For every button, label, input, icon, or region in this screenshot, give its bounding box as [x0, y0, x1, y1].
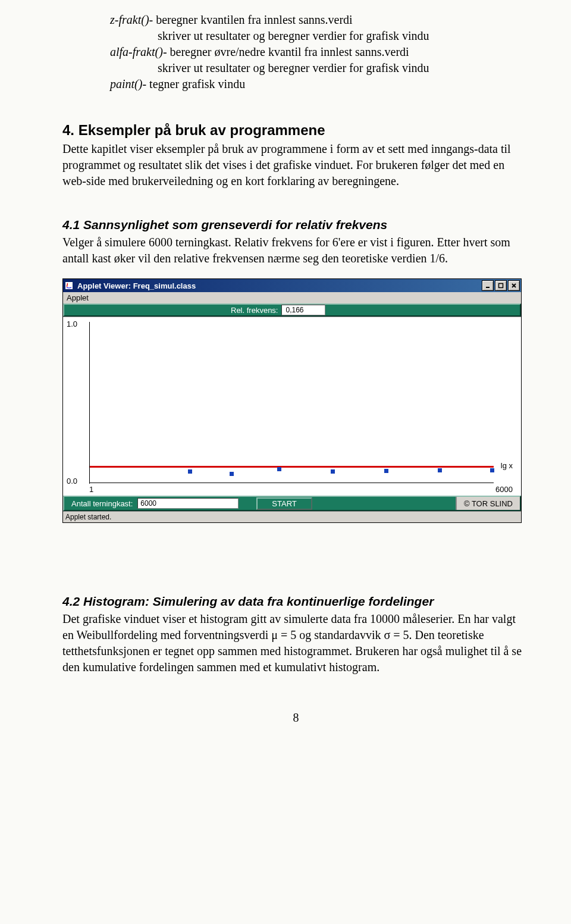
- applet-window: Applet Viewer: Freq_simul.class Applet R…: [62, 278, 522, 523]
- func-alfafrakt: alfa-frakt(): [110, 45, 163, 58]
- start-button[interactable]: START: [256, 497, 312, 510]
- function-list: z-frakt()- beregner kvantilen fra innles…: [62, 12, 529, 92]
- data-point: [188, 469, 192, 474]
- menubar: Applet: [63, 292, 521, 303]
- func-alfafrakt-desc: - beregner øvre/nedre kvantil fra innles…: [163, 45, 409, 58]
- status-bar: Applet started.: [63, 511, 521, 522]
- copyright-label: © TOR SLIND: [456, 497, 520, 510]
- data-point: [490, 468, 494, 472]
- terningkast-input[interactable]: [137, 498, 239, 509]
- x-tick-right: 6000: [495, 485, 513, 494]
- svg-rect-2: [499, 284, 503, 288]
- rel-frekvens-value: 0,166: [281, 305, 325, 315]
- data-point: [384, 469, 388, 473]
- section-4-title: 4. Eksempler på bruk av programmene: [62, 122, 529, 139]
- page-number: 8: [62, 711, 529, 725]
- data-point: [438, 468, 442, 472]
- control-bar: Antall terningkast: START © TOR SLIND: [63, 496, 521, 511]
- data-point: [277, 467, 281, 471]
- section-4-2-body: Det grafiske vinduet viser et histogram …: [62, 611, 529, 675]
- func-zfrakt-sub: skriver ut resultater og beregner verdie…: [158, 28, 529, 44]
- section-4-1-body: Velger å simulere 6000 terningkast. Rela…: [62, 234, 529, 267]
- func-paint: paint(): [110, 77, 142, 90]
- terningkast-label: Antall terningkast:: [71, 499, 133, 508]
- menu-applet[interactable]: Applet: [67, 293, 89, 302]
- y-axis: [89, 322, 90, 484]
- x-tick-left: 1: [89, 485, 93, 494]
- maximize-button[interactable]: [495, 280, 507, 291]
- func-zfrakt-desc: - beregner kvantilen fra innlest sanns.v…: [149, 13, 353, 26]
- chart-area: 1.0 0.0 1 6000 lg x: [63, 317, 521, 496]
- x-axis-label: lg x: [501, 461, 513, 470]
- y-tick-top: 1.0: [67, 320, 77, 328]
- func-paint-desc: - tegner grafisk vindu: [142, 77, 245, 90]
- reference-line: [89, 466, 494, 468]
- titlebar: Applet Viewer: Freq_simul.class: [63, 279, 521, 292]
- section-4-2-title: 4.2 Histogram: Simulering av data fra ko…: [62, 594, 529, 609]
- data-point: [230, 472, 234, 476]
- minimize-button[interactable]: [482, 280, 494, 291]
- y-tick-bottom: 0.0: [67, 477, 77, 486]
- window-title: Applet Viewer: Freq_simul.class: [77, 281, 196, 290]
- java-icon: [64, 281, 74, 290]
- func-alfafrakt-sub: skriver ut resultater og beregner verdie…: [158, 60, 529, 76]
- rel-frekvens-bar: Rel. frekvens: 0,166: [63, 303, 521, 317]
- x-axis: [89, 483, 494, 483]
- section-4-body: Dette kapitlet viser eksempler på bruk a…: [62, 141, 529, 189]
- close-button[interactable]: [508, 280, 520, 291]
- data-point: [331, 469, 335, 474]
- func-zfrakt: z-frakt(): [110, 13, 149, 26]
- rel-frekvens-label: Rel. frekvens:: [231, 306, 278, 315]
- section-4-1-title: 4.1 Sannsynlighet som grenseverdi for re…: [62, 218, 529, 232]
